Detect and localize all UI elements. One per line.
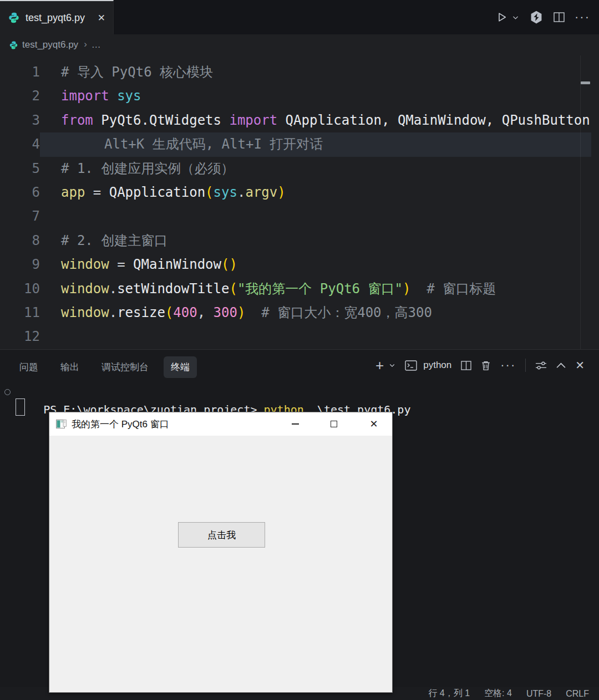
breadcrumb-file[interactable]: test_pyqt6.py xyxy=(22,39,78,50)
code-token xyxy=(109,88,117,104)
code-token: 400 xyxy=(173,305,197,320)
pyqt-window-title: 我的第一个 PyQt6 窗口 xyxy=(72,418,169,431)
code-line[interactable]: 2import sys xyxy=(0,84,599,108)
tab-test-pyqt6[interactable]: test_pyqt6.py ✕ xyxy=(0,0,114,34)
code-line[interactable]: 4Alt+K 生成代码, Alt+I 打开对话 xyxy=(0,132,599,156)
run-dropdown-icon[interactable] xyxy=(512,14,519,21)
close-panel-icon[interactable]: ✕ xyxy=(575,359,585,372)
code-token: sys xyxy=(117,88,141,104)
code-line[interactable]: 12 xyxy=(0,325,599,349)
code-line-content: # 2. 创建主窗口 xyxy=(40,229,599,253)
split-terminal-icon[interactable] xyxy=(461,361,471,370)
code-token: app xyxy=(61,185,85,200)
panel-toolbar: + python ··· ✕ xyxy=(375,359,585,372)
line-number: 3 xyxy=(0,109,40,132)
status-item[interactable]: CRLF xyxy=(566,689,589,699)
code-line[interactable]: 10window.setWindowTitle("我的第一个 PyQt6 窗口"… xyxy=(0,277,599,301)
panel-tab-调试控制台[interactable]: 调试控制台 xyxy=(94,356,156,378)
kill-terminal-icon[interactable] xyxy=(481,360,491,371)
line-number: 10 xyxy=(0,277,40,301)
line-number: 9 xyxy=(0,253,40,277)
maximize-icon xyxy=(331,421,337,427)
line-number: 6 xyxy=(0,181,40,205)
code-token: QApplication, QMainWindow, QPushButton xyxy=(277,113,590,128)
code-token: = xyxy=(109,257,133,272)
breadcrumb-separator: › xyxy=(84,39,87,50)
code-token: ) xyxy=(237,305,245,320)
code-token: resize xyxy=(117,305,165,320)
toolbar-divider xyxy=(525,359,526,372)
code-token: sys xyxy=(214,185,237,200)
terminal-profile-label[interactable]: python xyxy=(423,360,451,371)
code-token: ( xyxy=(165,305,173,320)
code-line-content: # 1. 创建应用实例（必须） xyxy=(40,157,599,181)
overview-ruler xyxy=(580,55,581,349)
breadcrumb-more[interactable]: … xyxy=(92,39,101,50)
panel-tab-bar: 问题输出调试控制台终端 xyxy=(12,356,197,378)
status-item[interactable]: 行 4，列 1 xyxy=(428,688,470,699)
maximize-panel-icon[interactable] xyxy=(556,362,566,369)
code-line[interactable]: 1# 导入 PyQt6 核心模块 xyxy=(0,60,599,84)
code-editor[interactable]: 1# 导入 PyQt6 核心模块2import sys3from PyQt6.Q… xyxy=(0,55,599,354)
split-editor-icon[interactable] xyxy=(554,12,565,22)
code-token: "我的第一个 PyQt6 窗口" xyxy=(237,281,403,297)
pyqt-maximize-button[interactable] xyxy=(322,412,346,436)
code-token: QApplication xyxy=(109,185,205,200)
more-icon[interactable]: ··· xyxy=(500,360,516,371)
extension-hex-icon[interactable] xyxy=(529,10,544,24)
line-number: 1 xyxy=(0,60,40,84)
status-item[interactable]: UTF-8 xyxy=(526,689,551,699)
minimize-icon xyxy=(292,423,299,425)
code-line-content: Alt+K 生成代码, Alt+I 打开对话 xyxy=(40,132,591,156)
pyqt-app-icon xyxy=(56,420,67,428)
terminal-profile-icon[interactable] xyxy=(405,360,417,371)
code-token: import xyxy=(61,88,109,104)
panel-tab-问题[interactable]: 问题 xyxy=(12,356,45,378)
breadcrumb: test_pyqt6.py › … xyxy=(0,34,599,55)
code-line[interactable]: 6app = QApplication(sys.argv) xyxy=(0,181,599,205)
code-line[interactable]: 7 xyxy=(0,205,599,228)
code-token: import xyxy=(229,113,277,128)
code-token: from xyxy=(61,113,93,128)
status-item[interactable]: 空格: 4 xyxy=(484,688,512,699)
pyqt-minimize-button[interactable] xyxy=(283,412,307,436)
code-token: ) xyxy=(403,281,410,297)
code-line[interactable]: 3from PyQt6.QtWidgets import QApplicatio… xyxy=(0,109,599,132)
pyqt-app-window: 我的第一个 PyQt6 窗口 ✕ 点击我 xyxy=(49,412,393,693)
code-token: setWindowTitle xyxy=(117,281,229,297)
panel-tab-终端[interactable]: 终端 xyxy=(164,356,197,378)
code-token: window xyxy=(61,305,109,320)
python-file-icon xyxy=(8,12,20,24)
run-icon[interactable] xyxy=(496,12,507,23)
code-token: . xyxy=(109,305,117,320)
code-token: window xyxy=(61,257,109,272)
code-token: , xyxy=(197,305,214,320)
code-line[interactable]: 11window.resize(400, 300) # 窗口大小：宽400，高3… xyxy=(0,301,599,325)
tab-close-icon[interactable]: ✕ xyxy=(98,12,105,24)
click-me-button[interactable]: 点击我 xyxy=(178,522,265,548)
code-token: ) xyxy=(277,185,285,200)
code-token: argv xyxy=(245,185,277,200)
panel-tab-输出[interactable]: 输出 xyxy=(53,356,87,378)
pyqt-close-button[interactable]: ✕ xyxy=(362,412,386,436)
code-line-content: # 导入 PyQt6 核心模块 xyxy=(40,60,599,84)
terminal-dropdown-icon[interactable] xyxy=(389,362,395,369)
code-line[interactable]: 8# 2. 创建主窗口 xyxy=(0,229,599,253)
line-number: 2 xyxy=(0,84,40,108)
code-line[interactable]: 9window = QMainWindow() xyxy=(0,253,599,277)
terminal-command-decoration[interactable] xyxy=(4,389,11,395)
code-token: # 1. 创建应用实例（必须） xyxy=(61,161,234,176)
terminal-settings-icon[interactable] xyxy=(535,360,547,371)
code-token: QMainWindow xyxy=(133,257,221,272)
line-number: 11 xyxy=(0,301,40,325)
code-token: PyQt6.QtWidgets xyxy=(93,113,230,128)
close-icon: ✕ xyxy=(369,419,378,429)
code-token: ( xyxy=(229,281,237,297)
scrollbar-thumb[interactable] xyxy=(581,81,590,84)
code-line-content: window = QMainWindow() xyxy=(40,253,599,277)
code-line-content: import sys xyxy=(40,84,599,108)
new-terminal-icon[interactable]: + xyxy=(375,359,384,371)
more-actions-icon[interactable]: ··· xyxy=(575,12,590,23)
code-line[interactable]: 5# 1. 创建应用实例（必须） xyxy=(0,157,599,181)
code-token: . xyxy=(109,281,117,297)
